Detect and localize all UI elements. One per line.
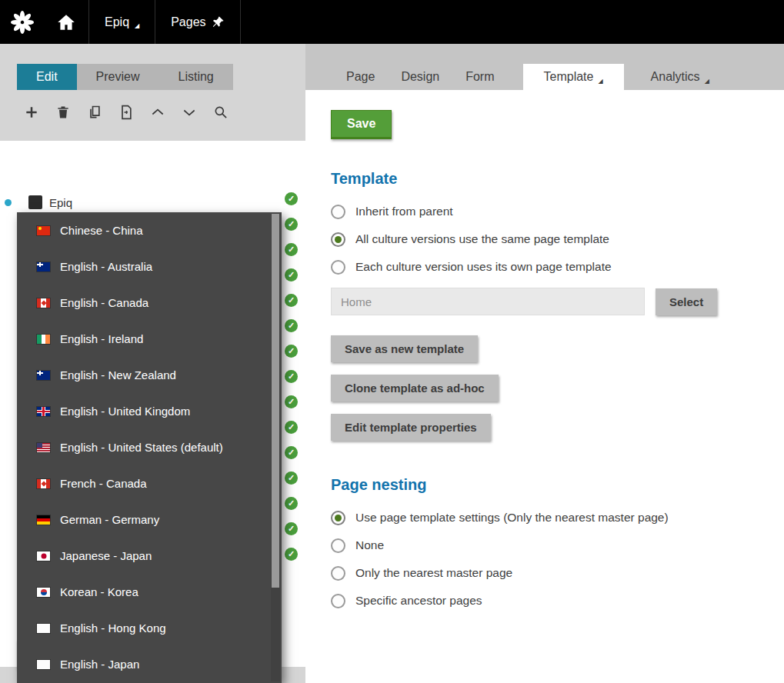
flag-icon <box>37 335 50 344</box>
flag-icon <box>37 443 50 452</box>
language-menu-item[interactable]: French - Canada <box>17 465 282 501</box>
view-mode-tab[interactable]: Edit <box>17 64 77 90</box>
content-tab-label: Analytics <box>651 70 700 84</box>
radio-option-label: Use page template settings (Only the nea… <box>355 511 669 525</box>
topbar-separator <box>240 0 241 44</box>
pages-app-label: Pages <box>171 15 205 29</box>
radio-option-label: Inherit from parent <box>355 205 453 218</box>
pages-app-tab[interactable]: Pages <box>155 0 239 44</box>
radio-option[interactable]: Specific ancestor pages <box>331 591 784 611</box>
dropdown-marker-icon: ◢ <box>135 22 139 29</box>
template-action-button[interactable]: Save as new template <box>331 335 478 362</box>
move-down-icon[interactable] <box>181 104 198 121</box>
content-tab-label: Design <box>401 70 439 84</box>
language-menu-item-label: Japanese - Japan <box>60 549 152 562</box>
search-icon[interactable] <box>212 104 229 121</box>
language-menu-item[interactable]: German - Germany <box>17 501 282 538</box>
flag-icon <box>37 262 50 272</box>
template-action-button[interactable]: Edit template properties <box>331 414 491 441</box>
topbar: Epiq ◢ Pages <box>0 0 784 44</box>
language-menu-item-label: Chinese - China <box>60 224 143 237</box>
template-settings-panel: Save Template Inherit from parent All cu… <box>305 90 784 683</box>
home-button[interactable] <box>44 0 88 44</box>
language-menu-item[interactable]: Chinese - China <box>17 212 282 248</box>
template-action-button[interactable]: Clone template as ad-hoc <box>331 375 499 401</box>
translated-check-icon <box>285 243 298 256</box>
move-up-icon[interactable] <box>149 104 166 121</box>
content-tab[interactable]: Form <box>452 64 507 90</box>
radio-option[interactable]: Only the nearest master page <box>331 563 784 583</box>
flower-logo-icon <box>9 9 35 35</box>
language-menu-item-label: English - Australia <box>60 260 152 273</box>
dropdown-scrollbar[interactable] <box>271 214 280 681</box>
language-menu-item-label: English - United Kingdom <box>60 405 190 418</box>
flag-icon <box>37 298 50 308</box>
content-tab[interactable]: Design <box>388 64 452 90</box>
template-name-input[interactable] <box>331 288 645 315</box>
home-icon <box>56 12 76 32</box>
delete-page-icon[interactable] <box>55 104 72 121</box>
site-selector-label: Epiq <box>105 15 129 29</box>
copy-page-icon[interactable] <box>86 104 103 121</box>
site-selector[interactable]: Epiq ◢ <box>89 0 155 44</box>
content-tab-label: Template <box>544 70 594 84</box>
language-menu-item-label: French - Canada <box>60 477 147 490</box>
kentico-logo[interactable] <box>0 0 44 44</box>
tree-root-node[interactable]: Epiq <box>28 195 72 209</box>
radio-option[interactable]: None <box>331 535 784 555</box>
content-tabs: Page Design Form Template ◢ Analytics ◢ <box>333 64 722 90</box>
language-menu-item[interactable]: English - New Zealand <box>17 357 282 393</box>
language-menu-item-label: German - Germany <box>60 513 159 526</box>
translated-check-icon <box>285 192 298 205</box>
save-button[interactable]: Save <box>331 110 392 139</box>
view-mode-tabs: Edit Preview Listing <box>17 64 233 90</box>
language-menu-item[interactable]: English - United Kingdom <box>17 393 282 429</box>
radio-option[interactable]: Use page template settings (Only the nea… <box>331 508 784 528</box>
select-template-button[interactable]: Select <box>656 288 717 315</box>
radio-option-label: Each culture version uses its own page t… <box>355 260 612 274</box>
translated-check-icon <box>285 294 298 307</box>
radio-option[interactable]: Each culture version uses its own page t… <box>331 257 784 277</box>
tree-root-label: Epiq <box>49 196 72 209</box>
root-page-icon <box>28 195 42 209</box>
language-menu-item[interactable]: Japanese - Japan <box>17 538 282 574</box>
language-menu-item-label: English - United States (default) <box>60 441 223 454</box>
language-menu-item[interactable]: English - Hong Kong <box>17 610 282 646</box>
language-menu-item-label: English - Canada <box>60 296 148 309</box>
content-tab[interactable]: Analytics ◢ <box>638 64 722 90</box>
translated-check-icon <box>285 446 298 459</box>
language-menu-item-label: English - Ireland <box>60 332 143 345</box>
template-picker-row: Select <box>331 288 784 315</box>
language-menu-item-label: English - New Zealand <box>60 368 176 381</box>
language-menu-item[interactable]: English - Australia <box>17 248 282 285</box>
language-menu-item[interactable]: English - United States (default) <box>17 429 282 465</box>
content-tab[interactable]: Template ◢ <box>523 64 624 90</box>
language-menu-item[interactable]: English - Ireland <box>17 321 282 357</box>
nesting-radio-group: Use page template settings (Only the nea… <box>331 508 784 611</box>
flag-icon <box>37 624 50 633</box>
translated-check-icon <box>285 548 298 561</box>
radio-icon <box>331 511 345 525</box>
translated-check-icon <box>285 497 298 510</box>
tree-toolbar <box>23 104 229 121</box>
language-menu-item-label: English - Hong Kong <box>60 621 166 635</box>
radio-option[interactable]: All culture versions use the same page t… <box>331 229 784 249</box>
language-menu-item[interactable]: English - Canada <box>17 285 282 321</box>
language-menu-item[interactable]: Korean - Korea <box>17 574 282 610</box>
view-mode-tab[interactable]: Listing <box>158 64 232 90</box>
content-tab-label: Page <box>346 70 375 84</box>
template-radio-group: Inherit from parent All culture versions… <box>331 202 784 277</box>
view-mode-tab[interactable]: Preview <box>77 64 159 90</box>
page-nesting-heading: Page nesting <box>331 476 784 494</box>
content-tab-bar: Page Design Form Template ◢ Analytics ◢ <box>305 44 784 90</box>
new-page-icon[interactable] <box>23 104 40 121</box>
translated-check-icon <box>285 268 298 282</box>
translated-check-icon <box>285 218 298 231</box>
language-dropdown-menu: Chinese - China English - Australia Engl… <box>17 212 282 683</box>
radio-option[interactable]: Inherit from parent <box>331 202 784 222</box>
content-tab[interactable]: Page <box>333 64 388 90</box>
move-page-icon[interactable] <box>118 104 135 121</box>
dropdown-scrollbar-thumb[interactable] <box>272 214 279 588</box>
template-action-buttons: Save as new template Clone template as a… <box>331 335 784 453</box>
language-menu-item[interactable]: English - Japan <box>17 646 282 682</box>
